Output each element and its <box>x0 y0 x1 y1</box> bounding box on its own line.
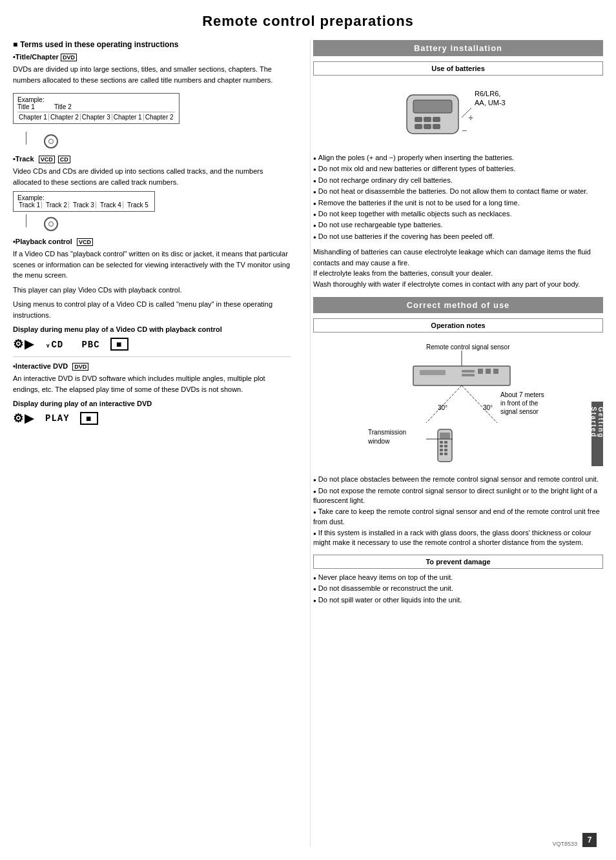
use-batteries-box: Use of batteries <box>313 61 603 76</box>
svg-text:30°: 30° <box>438 404 447 411</box>
battery-bullet-3: Do not recharge ordinary dry cell batter… <box>313 176 603 185</box>
battery-bullet-6: Do not keep together with metallic objec… <box>313 209 603 219</box>
mishandling-2: If electrolyte leaks from the batteries,… <box>313 268 603 279</box>
op-bullet-3: Take care to keep the remote control sig… <box>313 507 603 527</box>
title-chapter-label: •Title/Chapter DVD <box>13 53 291 61</box>
operation-diagram: Remote control signal sensor 30° <box>313 339 603 469</box>
spin-icon-1: ⚙▶ <box>13 337 35 351</box>
mishandling-1: Mishandling of batteries can cause elect… <box>313 247 603 268</box>
example-label-1: Example: <box>17 96 175 103</box>
svg-text:About 7 meters: About 7 meters <box>500 391 544 398</box>
interactive-dvd-text: •Interactive DVD <box>13 362 68 370</box>
title2: Title 2 <box>54 103 72 110</box>
svg-text:AA, UM-3: AA, UM-3 <box>475 99 506 107</box>
svg-rect-38 <box>444 453 447 455</box>
title1: Title 1 <box>17 103 35 110</box>
track-3: Track 3 <box>72 201 96 209</box>
battery-diagram: R6/LR6, AA, UM-3 + − <box>313 82 603 147</box>
battery-header: Battery installation <box>313 40 603 56</box>
svg-rect-7 <box>415 124 422 129</box>
svg-text:in front of the: in front of the <box>500 400 539 407</box>
vqt-code: VQT8533 <box>552 841 577 847</box>
page-number: 7 <box>582 833 597 847</box>
to-prevent-label: To prevent damage <box>426 558 490 566</box>
operation-notes-label: Operation notes <box>431 322 485 329</box>
prevent-bullets: Never place heavy items on top of the un… <box>313 573 603 605</box>
interactive-dvd-label: •Interactive DVD DVD <box>13 362 291 371</box>
spin-icon-2: ⚙▶ <box>13 411 35 425</box>
svg-rect-31 <box>440 441 443 444</box>
getting-started-sidebar: Getting Started <box>591 402 603 466</box>
svg-rect-37 <box>440 453 443 455</box>
svg-rect-3 <box>413 100 452 113</box>
svg-text:window: window <box>367 438 390 445</box>
disc-icon-1 <box>44 134 58 148</box>
mishandling-3: Wash thoroughly with water if electrolyt… <box>313 279 603 290</box>
svg-rect-32 <box>444 441 447 444</box>
svg-rect-21 <box>493 369 498 374</box>
svg-rect-5 <box>424 117 431 122</box>
prevent-bullet-1: Never place heavy items on top of the un… <box>313 573 603 582</box>
svg-rect-4 <box>415 117 422 122</box>
svg-rect-30 <box>440 433 450 439</box>
svg-rect-9 <box>433 124 440 129</box>
chapter-5: Chapter 2 <box>144 114 175 121</box>
dvd-badge: DVD <box>61 54 77 61</box>
disc-icon-2 <box>44 217 58 231</box>
track-1: Track 1 <box>17 201 42 209</box>
svg-rect-36 <box>444 449 447 451</box>
chapter-4: Chapter 1 <box>112 114 144 121</box>
to-prevent-box: To prevent damage <box>313 555 603 569</box>
disc-row-2 <box>13 214 291 231</box>
title-row: Title 1 Title 2 <box>17 103 175 110</box>
battery-bullet-8: Do not use batteries if the covering has… <box>313 232 603 241</box>
disc-row-1 <box>13 132 291 148</box>
svg-text:Transmission: Transmission <box>368 429 406 436</box>
interactive-display: ⚙▶ PLAY ⏹ <box>13 411 291 425</box>
battery-bullet-2: Do not mix old and new batteries or diff… <box>313 164 603 174</box>
svg-rect-20 <box>486 369 491 374</box>
playback-label: •Playback control VCD <box>13 238 291 246</box>
playback-display-header: Display during menu play of a Video CD w… <box>13 325 291 333</box>
svg-rect-33 <box>440 445 443 447</box>
stop-icon-2: ⏹ <box>80 412 98 425</box>
terms-header: Terms used in these operating instructio… <box>13 40 291 49</box>
prevent-bullet-3: Do not spill water or other liquids into… <box>313 595 603 605</box>
op-bullet-4: If this system is installed in a rack wi… <box>313 528 603 548</box>
battery-bullet-7: Do not use rechargeable type batteries. <box>313 220 603 230</box>
svg-rect-19 <box>478 369 483 374</box>
playback-desc1: If a Video CD has "playback control" wri… <box>13 249 291 281</box>
track-example-label: Example: <box>17 194 150 201</box>
svg-text:30°: 30° <box>483 404 493 411</box>
battery-bullets: Align the poles (+ and −) properly when … <box>313 153 603 241</box>
interactive-display-header: Display during play of an interactive DV… <box>13 400 291 407</box>
title-chapter-text: •Title/Chapter <box>13 53 59 61</box>
track-label: •Track VCD CD <box>13 155 291 163</box>
svg-rect-34 <box>444 445 447 447</box>
interactive-desc: An interactive DVD is DVD software which… <box>13 373 291 394</box>
playback-text: •Playback control <box>13 238 72 245</box>
op-bullet-1: Do not place obstacles between the remot… <box>313 475 603 484</box>
playback-badge: VCD <box>77 238 93 246</box>
track-example: Example: Track 1 Track 2 Track 3 Track 4… <box>13 191 155 212</box>
svg-rect-17 <box>462 370 475 373</box>
svg-rect-18 <box>462 374 475 376</box>
battery-bullet-4: Do not heat or disassemble the batteries… <box>313 187 603 196</box>
chapter-1: Chapter 1 <box>17 114 49 121</box>
svg-rect-16 <box>420 370 446 375</box>
battery-bullet-5: Remove the batteries if the unit is not … <box>313 198 603 208</box>
vcd-pbc-display: ᵥCD PBC <box>45 339 100 350</box>
operation-notes-bullets: Do not place obstacles between the remot… <box>313 475 603 548</box>
prevent-bullet-2: Do not disassemble or reconstruct the un… <box>313 584 603 593</box>
page-title: Remote control preparations <box>13 13 603 30</box>
track-text: •Track <box>13 155 34 163</box>
track-5: Track 5 <box>126 201 150 209</box>
use-batteries-label: Use of batteries <box>431 65 485 72</box>
title-chapter-desc: DVDs are divided up into large sections,… <box>13 64 291 85</box>
playback-display: ⚙▶ ᵥCD PBC ⏹ <box>13 337 291 351</box>
svg-text:Remote control signal sensor: Remote control signal sensor <box>426 343 510 351</box>
op-bullet-2: Do not expose the remote control signal … <box>313 486 603 506</box>
cd-badge: CD <box>58 156 70 163</box>
chapter-3: Chapter 3 <box>81 114 112 121</box>
svg-text:−: − <box>462 125 467 136</box>
